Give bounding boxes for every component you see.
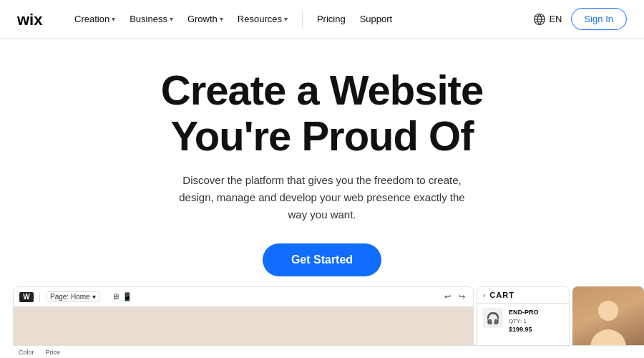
device-icons: 🖥 📱 bbox=[112, 292, 132, 301]
main-nav: wix Creation ▾ Business ▾ Growth ▾ Resou… bbox=[0, 0, 644, 39]
chevron-down-icon: ▾ bbox=[220, 15, 223, 23]
nav-item-business[interactable]: Business ▾ bbox=[124, 9, 179, 29]
cart-header: › CART bbox=[477, 287, 569, 304]
nav-item-creation[interactable]: Creation ▾ bbox=[69, 9, 121, 29]
chevron-down-icon: ▾ bbox=[92, 293, 96, 301]
cart-arrow-icon: › bbox=[483, 291, 485, 299]
nav-item-support[interactable]: Support bbox=[354, 9, 399, 29]
nav-divider bbox=[302, 11, 303, 28]
undo-redo-controls: ↩ ↪ bbox=[441, 291, 467, 303]
cart-item-image: 🎧 bbox=[483, 308, 503, 328]
nav-item-growth[interactable]: Growth ▾ bbox=[182, 9, 229, 29]
cart-title: CART bbox=[489, 291, 514, 299]
lang-label: EN bbox=[549, 14, 562, 24]
page-indicator[interactable]: Page: Home ▾ bbox=[46, 291, 100, 302]
nav-right: EN Sign In bbox=[533, 8, 627, 30]
hero-title: Create a Website You're Proud Of bbox=[161, 67, 483, 159]
editor-topbar: W Page: Home ▾ 🖥 📱 ↩ ↪ bbox=[14, 287, 473, 307]
nav-item-resources[interactable]: Resources ▾ bbox=[232, 9, 293, 29]
chevron-down-icon: ▾ bbox=[112, 15, 115, 23]
desktop-icon[interactable]: 🖥 bbox=[112, 292, 119, 301]
hero-subtitle: Discover the platform that gives you the… bbox=[172, 172, 472, 223]
mobile-icon[interactable]: 📱 bbox=[122, 292, 132, 301]
undo-icon[interactable]: ↩ bbox=[441, 291, 453, 303]
hero-section: Create a Website You're Proud Of Discove… bbox=[0, 39, 644, 324]
svg-text:wix: wix bbox=[17, 11, 43, 28]
color-label: Color bbox=[19, 349, 34, 356]
cart-item: 🎧 END-PRO QTY: 1 $199.95 bbox=[477, 304, 569, 338]
chevron-down-icon: ▾ bbox=[170, 15, 173, 23]
nav-links: Creation ▾ Business ▾ Growth ▾ Resources… bbox=[69, 9, 533, 29]
person-head bbox=[598, 301, 618, 321]
topbar-divider bbox=[39, 292, 40, 302]
globe-icon bbox=[533, 13, 546, 26]
bottom-bar: Color Price bbox=[13, 345, 644, 358]
editor-logo: W bbox=[19, 292, 34, 302]
sign-in-button[interactable]: Sign In bbox=[571, 8, 627, 30]
chevron-down-icon: ▾ bbox=[284, 15, 288, 23]
wix-logo[interactable]: wix bbox=[17, 11, 52, 28]
nav-item-pricing[interactable]: Pricing bbox=[311, 9, 351, 29]
get-started-button[interactable]: Get Started bbox=[263, 243, 381, 276]
language-selector[interactable]: EN bbox=[533, 13, 562, 26]
cart-item-info: END-PRO QTY: 1 $199.95 bbox=[509, 308, 539, 334]
redo-icon[interactable]: ↪ bbox=[456, 291, 467, 303]
price-label: Price bbox=[46, 349, 61, 356]
